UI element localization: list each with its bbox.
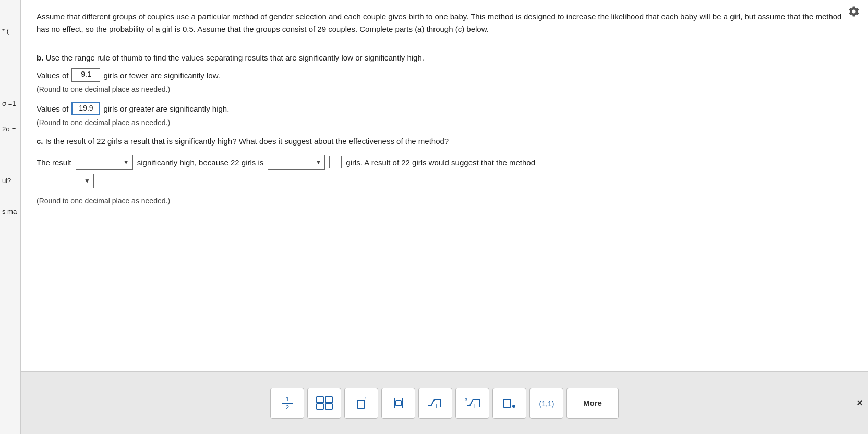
svg-text:i: i: [474, 403, 475, 409]
decimal-btn[interactable]: [492, 388, 526, 419]
svg-rect-4: [317, 404, 323, 409]
svg-rect-7: [357, 400, 365, 408]
toolbar: 1 2 ' i: [21, 371, 868, 434]
round-note: (Round to one decimal place as needed.): [37, 197, 847, 205]
part-c-label: c.: [37, 137, 43, 146]
sqrt-btn[interactable]: i: [418, 388, 452, 419]
svg-rect-3: [317, 397, 323, 403]
tuple-btn[interactable]: (1,1): [529, 388, 563, 419]
prime-btn[interactable]: ': [344, 388, 378, 419]
low-value-line: Values of 9.1 girls or fewer are signifi…: [37, 68, 847, 82]
left-sidebar: * ( σ =1 2σ = ul? s ma: [0, 0, 21, 434]
more-button[interactable]: More: [566, 388, 619, 419]
high-suffix: girls or greater are significantly high.: [103, 104, 229, 113]
high-prefix: Values of: [37, 104, 68, 113]
sidebar-item-2: σ =1: [0, 99, 18, 108]
low-note: (Round to one decimal place as needed.): [37, 85, 847, 93]
result-select-1[interactable]: ▼: [76, 155, 133, 170]
high-value-input[interactable]: 19.9: [71, 102, 100, 115]
fraction-btn[interactable]: 1 2: [270, 388, 304, 419]
sidebar-item-4: ul?: [0, 176, 13, 186]
result-suffix: girls. A result of 22 girls would sugges…: [346, 158, 535, 167]
second-select-row: ▼: [37, 174, 847, 188]
close-button[interactable]: ×: [857, 397, 863, 409]
more-label: More: [583, 399, 602, 407]
dropdown-arrow-3: ▼: [84, 177, 90, 185]
sidebar-item-3: 2σ =: [0, 124, 18, 134]
part-b-text: Use the range rule of thumb to find the …: [46, 53, 424, 62]
high-note: (Round to one decimal place as needed.): [37, 118, 847, 127]
low-prefix: Values of: [37, 71, 68, 80]
result-select-3[interactable]: ▼: [37, 174, 94, 188]
svg-text:2: 2: [285, 404, 288, 411]
low-value-input[interactable]: 9.1: [71, 68, 100, 82]
svg-rect-6: [326, 404, 332, 409]
result-prefix: The result: [37, 158, 71, 167]
dropdown-arrow-2: ▼: [315, 159, 321, 166]
low-suffix: girls or fewer are significantly low.: [103, 71, 220, 80]
svg-text:3: 3: [465, 397, 467, 402]
abs-btn[interactable]: [381, 388, 415, 419]
high-value-line: Values of 19.9 girls or greater are sign…: [37, 102, 847, 115]
svg-text:1: 1: [285, 396, 288, 402]
divider: [37, 45, 847, 45]
svg-text:(1,1): (1,1): [539, 400, 554, 408]
settings-area[interactable]: [848, 5, 860, 20]
svg-rect-15: [503, 399, 511, 407]
sidebar-item-1: * (: [0, 26, 11, 36]
matrix-btn[interactable]: [307, 388, 341, 419]
dropdown-arrow-1: ▼: [123, 159, 129, 166]
part-b-label: b. Use the range rule of thumb to find t…: [37, 53, 847, 62]
svg-text:': ': [365, 396, 366, 402]
result-select-2[interactable]: ▼: [268, 155, 325, 170]
svg-rect-5: [326, 397, 332, 403]
sidebar-item-5: s ma: [0, 207, 19, 216]
part-c-answer-row: The result ▼ significantly high, because…: [37, 155, 847, 170]
svg-text:i: i: [436, 403, 437, 409]
checkbox-input[interactable]: [329, 156, 342, 168]
svg-point-16: [512, 405, 515, 408]
result-middle: significantly high, because 22 girls is: [137, 158, 264, 167]
part-c-text: c. Is the result of 22 girls a result th…: [37, 135, 847, 148]
problem-description: Assume that different groups of couples …: [37, 10, 847, 35]
svg-rect-11: [396, 401, 401, 406]
settings-icon[interactable]: [848, 5, 860, 18]
cbrt-btn[interactable]: 3 i: [455, 388, 489, 419]
